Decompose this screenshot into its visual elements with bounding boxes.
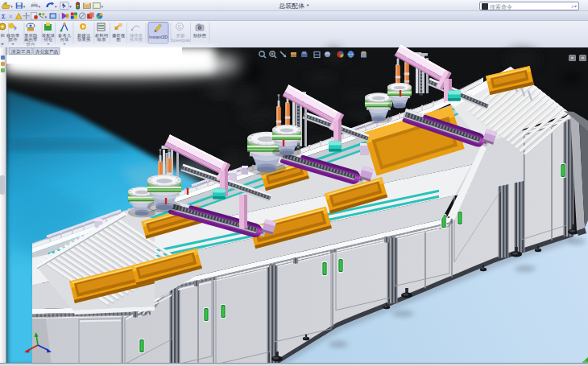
svg-text:部件: 部件 [9, 37, 19, 43]
svg-text:何体: 何体 [60, 37, 69, 42]
svg-text:细表: 细表 [97, 37, 106, 43]
svg-text:▾: ▾ [39, 5, 41, 9]
svg-text:▾: ▾ [55, 5, 57, 9]
svg-text:动算例: 动算例 [77, 37, 90, 43]
svg-text:渲染工具: 渲染工具 [11, 49, 31, 55]
svg-text:拍快照: 拍快照 [193, 33, 206, 38]
svg-text:部件: 部件 [27, 42, 36, 47]
svg-text:图: 图 [116, 37, 120, 42]
svg-text:▾: ▾ [45, 14, 48, 19]
svg-text:线草图: 线草图 [130, 37, 143, 42]
svg-text:S: S [178, 24, 182, 30]
svg-text:Instant3D: Instant3D [149, 35, 168, 39]
svg-text:Speedpak: Speedpak [171, 38, 190, 43]
svg-text:▾: ▾ [23, 5, 26, 9]
svg-text:Σ: Σ [2, 13, 6, 20]
svg-text:▾: ▾ [101, 5, 104, 9]
svg-text:✕: ✕ [8, 14, 13, 19]
svg-text:和: 和 [0, 33, 4, 38]
svg-text:▾: ▾ [69, 5, 72, 9]
svg-text:特征: 特征 [44, 37, 54, 43]
svg-text:办公室产品: 办公室产品 [35, 49, 59, 54]
svg-text:▾: ▾ [10, 5, 13, 9]
